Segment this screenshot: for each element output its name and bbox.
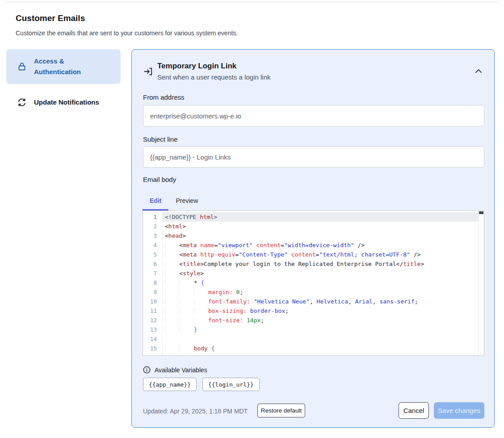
previous-card-edge <box>4 0 500 2</box>
code-line[interactable]: 1<!DOCTYPE html> <box>143 212 484 222</box>
email-body-label: Email body <box>143 176 176 183</box>
code-line[interactable]: 9 margin: 0; <box>143 287 484 297</box>
code-line[interactable]: 3<head> <box>143 231 484 240</box>
variable-chips: {{app_name}} {{login_url}} <box>143 378 260 391</box>
code-line[interactable]: 4 <meta name="viewport" content="width=d… <box>143 240 484 250</box>
sidebar-item-update-notifications[interactable]: Update Notifications <box>6 91 121 114</box>
editor-scrollbar-thumb[interactable] <box>479 211 483 214</box>
code-line[interactable]: 6 <title>Complete your login to the Repl… <box>143 259 484 269</box>
line-number: 6 <box>143 259 163 269</box>
save-changes-button[interactable]: Save changes <box>434 402 484 419</box>
email-body-code-editor[interactable]: 1<!DOCTYPE html>2<html>3<head>4 <meta na… <box>143 211 484 356</box>
variable-chip-app-name[interactable]: {{app_name}} <box>143 378 197 391</box>
line-number: 7 <box>143 269 163 278</box>
subject-line-label: Subject line <box>143 135 178 143</box>
line-number: 12 <box>143 316 163 325</box>
sidebar-item-label: Update Notifications <box>34 97 99 108</box>
code-editor-lines: 1<!DOCTYPE html>2<html>3<head>4 <meta na… <box>143 212 484 356</box>
refresh-icon <box>17 97 27 107</box>
tab-preview[interactable]: Preview <box>168 190 205 211</box>
line-number: 1 <box>143 212 163 222</box>
code-line[interactable]: 12 font-size: 14px; <box>143 316 484 325</box>
code-line[interactable]: 8 * { <box>143 278 484 287</box>
email-body-tabs: Edit Preview <box>143 190 205 211</box>
email-types-sidebar: Access & Authentication Update Notificat… <box>6 49 121 114</box>
variable-chip-login-url[interactable]: {{login_url}} <box>202 378 260 391</box>
code-line[interactable]: 10 font-family: "Helvetica Neue", Helvet… <box>143 297 484 306</box>
code-line[interactable]: 15 body { <box>143 344 484 353</box>
collapse-panel-button[interactable] <box>474 67 483 76</box>
code-line[interactable]: 2<html> <box>143 222 484 231</box>
code-line[interactable]: 16 background-color: #f9f9f9; <box>143 353 484 356</box>
editor-vertical-scrollbar[interactable] <box>478 211 484 355</box>
page-subtitle: Customize the emails that are sent to yo… <box>16 29 238 37</box>
code-line[interactable]: 5 <meta http-equiv="Content-Type" conten… <box>143 250 484 259</box>
tab-edit[interactable]: Edit <box>143 190 168 211</box>
chevron-up-icon <box>475 68 483 75</box>
page-title: Customer Emails <box>16 13 85 23</box>
panel-subtitle: Sent when a user requests a login link <box>157 73 270 81</box>
line-number: 5 <box>143 250 163 259</box>
cancel-button[interactable]: Cancel <box>399 402 429 419</box>
line-number: 15 <box>143 344 163 353</box>
updated-timestamp: Updated: Apr 29, 2025, 1:18 PM MDT <box>143 408 248 415</box>
from-address-input[interactable] <box>143 105 484 126</box>
temporary-login-link-panel: Temporary Login Link Sent when a user re… <box>131 49 495 428</box>
from-address-label: From address <box>143 93 185 101</box>
line-number: 3 <box>143 231 163 240</box>
line-number: 8 <box>143 278 163 287</box>
sidebar-item-label: Access & Authentication <box>34 56 101 77</box>
line-number: 10 <box>143 297 163 306</box>
login-arrow-icon <box>143 67 153 76</box>
line-number: 14 <box>143 334 163 344</box>
line-number: 11 <box>143 306 163 316</box>
code-line[interactable]: 14 <box>143 334 484 344</box>
lock-icon <box>17 62 27 72</box>
subject-line-input[interactable] <box>143 146 484 168</box>
sidebar-item-access-authentication[interactable]: Access & Authentication <box>6 49 121 84</box>
line-number: 13 <box>143 325 163 334</box>
restore-default-button[interactable]: Restore default <box>257 404 305 417</box>
line-number: 4 <box>143 240 163 250</box>
available-variables-header: Available Variables <box>143 366 207 374</box>
available-variables-label: Available Variables <box>155 366 207 374</box>
code-line[interactable]: 11 box-sizing: border-box; <box>143 306 484 316</box>
customer-emails-page: Customer Emails Customize the emails tha… <box>0 0 504 438</box>
info-icon <box>143 366 151 374</box>
code-line[interactable]: 7 <style> <box>143 269 484 278</box>
panel-title: Temporary Login Link <box>157 62 236 71</box>
line-number: 16 <box>143 353 163 356</box>
line-number: 2 <box>143 222 163 231</box>
code-line[interactable]: 13 } <box>143 325 484 334</box>
line-number: 9 <box>143 287 163 297</box>
